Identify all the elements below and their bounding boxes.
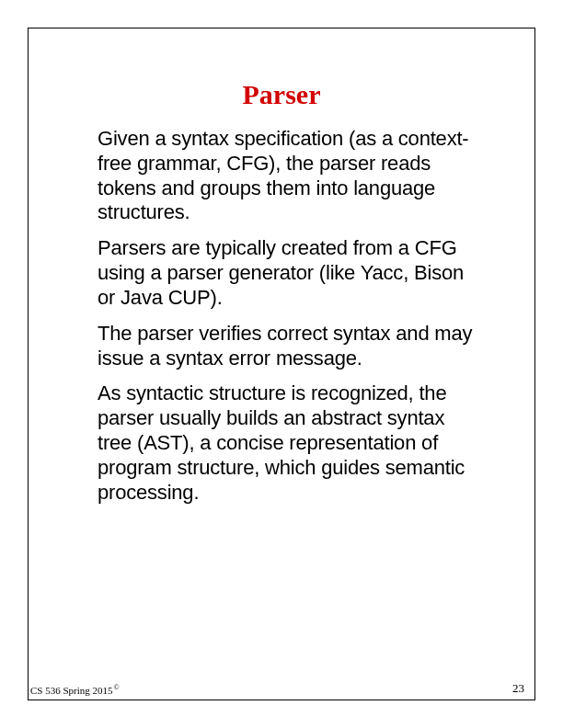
slide-title: Parser bbox=[79, 79, 484, 110]
page-frame: Parser Given a syntax specification (as … bbox=[28, 28, 535, 700]
footer-course: CS 536 Spring 2015© bbox=[30, 683, 120, 696]
content-area: Parser Given a syntax specification (as … bbox=[29, 28, 534, 506]
course-label: CS 536 Spring 2015 bbox=[30, 685, 113, 696]
paragraph-1: Given a syntax specification (as a conte… bbox=[98, 127, 484, 225]
copyright-symbol: © bbox=[114, 683, 120, 691]
paragraph-4: As syntactic structure is recognized, th… bbox=[98, 381, 484, 505]
paragraph-3: The parser verifies correct syntax and m… bbox=[98, 322, 484, 371]
paragraph-2: Parsers are typically created from a CFG… bbox=[98, 236, 484, 310]
footer-page-number: 23 bbox=[512, 681, 524, 696]
